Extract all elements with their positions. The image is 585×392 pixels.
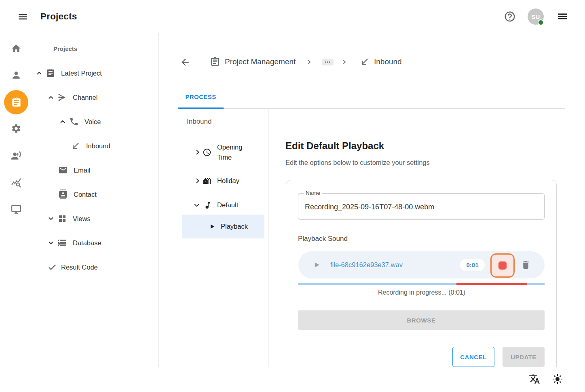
tree-item-result-code[interactable]: Result Code	[32, 258, 158, 276]
contact-card-icon	[58, 190, 68, 199]
chevron-right-icon[interactable]	[194, 177, 201, 184]
playback-sound-label: Playback Sound	[298, 235, 348, 243]
tree-item-voice[interactable]: Voice	[32, 113, 158, 131]
audio-player: file-68c9162e93e37.wav 0:01	[298, 251, 545, 278]
grid-icon	[57, 214, 67, 223]
panel-item-label: Default	[217, 200, 238, 210]
online-status-dot	[538, 19, 544, 25]
tree-item-label: Inbound	[86, 137, 110, 155]
home-icon[interactable]	[11, 43, 21, 54]
breadcrumb-project-management[interactable]: Project Management	[225, 57, 296, 67]
tree-item-label: Contact	[74, 185, 97, 203]
page-title: Projects	[40, 0, 77, 33]
tree-item-inbound[interactable]: Inbound	[32, 137, 158, 155]
play-icon	[209, 223, 215, 230]
app-window: Projects SU	[0, 0, 585, 392]
top-header: Projects SU	[0, 0, 585, 33]
back-arrow-icon[interactable]	[180, 57, 190, 67]
sidebar-hamburger-icon[interactable]	[15, 8, 31, 25]
panel-item-playback-selected[interactable]: Playback	[182, 215, 264, 238]
music-note-icon	[203, 201, 212, 210]
channel-icon	[57, 93, 67, 102]
inbound-process-panel: Inbound Opening Time Holiday Default	[178, 109, 268, 367]
main-area: Project Management Inbound PROCESS Inbou…	[159, 33, 585, 367]
panel-item-label: Playback	[221, 215, 248, 238]
settings-icon[interactable]	[11, 123, 21, 134]
chevron-right-icon[interactable]	[194, 149, 201, 156]
clipboard-outline-icon	[210, 57, 220, 67]
recording-progress-bar	[298, 283, 545, 285]
panel-item-label: Opening Time	[217, 142, 248, 162]
settings-card: Name Recording_2025-09-16T07-48-00.webm …	[286, 180, 557, 367]
chevron-right-icon	[306, 59, 312, 65]
help-icon[interactable]	[504, 11, 516, 23]
panel-title: Inbound	[187, 118, 211, 126]
project-tree-sidebar: Projects Latest Project Channel Voice In…	[32, 33, 159, 367]
tree-item-label: Database	[73, 234, 101, 252]
stop-icon	[498, 261, 507, 270]
tree-item-label: Latest Project	[61, 64, 102, 82]
form-title: Edit Default Playback	[285, 140, 384, 152]
projects-active-icon[interactable]	[4, 90, 28, 114]
app-menu-icon[interactable]	[554, 8, 570, 24]
check-icon	[47, 262, 57, 272]
stop-recording-button[interactable]	[490, 253, 515, 278]
chevron-down-icon[interactable]	[47, 239, 55, 247]
breadcrumb-more-icon[interactable]	[322, 59, 334, 65]
chevron-down-icon[interactable]	[193, 202, 200, 209]
breadcrumb-inbound[interactable]: Inbound	[374, 57, 402, 67]
avatar-initials: SU	[531, 13, 540, 20]
chevron-down-icon[interactable]	[47, 215, 55, 222]
clock-icon	[203, 148, 211, 157]
translate-icon[interactable]	[529, 373, 540, 385]
inbound-arrow-icon	[71, 141, 80, 151]
panel-item-holiday[interactable]: Holiday	[178, 176, 268, 186]
form-subtitle: Edit the options below to customize your…	[285, 159, 430, 166]
tree-item-latest-project[interactable]: Latest Project	[32, 64, 158, 82]
email-icon	[58, 165, 68, 175]
recording-status-text: Recording in progress... (0:01)	[286, 289, 557, 296]
clipboard-icon	[46, 68, 55, 78]
tree-item-channel[interactable]: Channel	[32, 89, 158, 106]
tree-item-views[interactable]: Views	[32, 210, 158, 228]
chevron-up-icon[interactable]	[59, 118, 66, 125]
panel-item-label: Holiday	[217, 176, 239, 186]
users-icon[interactable]	[11, 70, 21, 80]
tree-item-label: Email	[74, 161, 90, 179]
audio-time-badge: 0:01	[460, 259, 485, 271]
cancel-button[interactable]: CANCEL	[452, 347, 494, 367]
chevron-right-icon	[342, 59, 347, 65]
play-audio-icon[interactable]	[313, 261, 321, 269]
analytics-icon[interactable]	[11, 177, 21, 188]
tree-item-contact[interactable]: Contact	[32, 185, 158, 203]
content-region: Projects Latest Project Channel Voice In…	[0, 33, 585, 367]
update-button[interactable]: UPDATE	[503, 347, 545, 367]
sidebar-title: Projects	[53, 45, 77, 52]
phone-icon	[69, 117, 79, 126]
tree-item-label: Voice	[84, 113, 101, 131]
panel-item-default[interactable]: Default	[178, 200, 268, 210]
tree-item-email[interactable]: Email	[32, 161, 158, 179]
delete-audio-icon[interactable]	[521, 260, 531, 270]
tabs-bar: PROCESS	[178, 82, 565, 109]
agents-icon[interactable]	[11, 150, 21, 161]
tab-process[interactable]: PROCESS	[178, 82, 224, 109]
browse-button[interactable]: BROWSE	[298, 310, 545, 330]
tree-item-database[interactable]: Database	[32, 234, 158, 252]
inbound-arrow-icon	[360, 57, 370, 67]
panel-item-opening-time[interactable]: Opening Time	[178, 142, 268, 162]
brightness-icon[interactable]	[552, 373, 563, 385]
devices-icon[interactable]	[11, 204, 21, 215]
name-field[interactable]: Name Recording_2025-09-16T07-48-00.webm	[298, 193, 545, 220]
chevron-up-icon[interactable]	[47, 94, 55, 101]
icon-rail	[0, 33, 32, 367]
chevron-up-icon[interactable]	[36, 70, 43, 77]
tree-item-label: Result Code	[61, 258, 98, 276]
tree-item-label: Channel	[73, 89, 97, 106]
tree-item-label: Views	[73, 210, 91, 228]
storage-icon	[57, 238, 67, 248]
recording-progress-segment	[456, 283, 527, 285]
name-input[interactable]: Recording_2025-09-16T07-48-00.webm	[305, 194, 539, 219]
holiday-village-icon	[203, 177, 211, 185]
audio-file-link[interactable]: file-68c9162e93e37.wav	[330, 251, 403, 278]
